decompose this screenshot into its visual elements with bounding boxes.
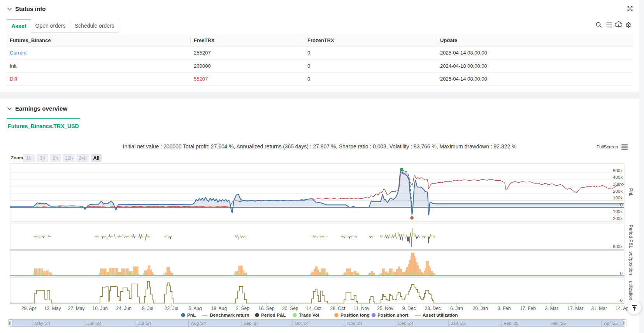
svg-text:Benchmark return: Benchmark return	[210, 312, 249, 318]
svg-text:300k: 300k	[613, 182, 623, 187]
svg-text:-100k: -100k	[611, 209, 623, 214]
svg-text:11. Nov: 11. Nov	[354, 306, 369, 311]
svg-text:Apr '25: Apr '25	[604, 321, 618, 326]
svg-text:9. Dec: 9. Dec	[402, 306, 416, 311]
svg-text:24. Jun: 24. Jun	[116, 306, 132, 311]
svg-text:6. Jan: 6. Jan	[450, 306, 463, 311]
svg-text:Period P&L: Period P&L	[628, 225, 633, 248]
svg-text:17. Mar: 17. Mar	[567, 306, 583, 311]
svg-text:Trade Vol: Trade Vol	[299, 312, 319, 318]
svg-text:vol/position: vol/position	[628, 252, 633, 275]
svg-text:-600k: -600k	[611, 244, 623, 249]
svg-text:PnL: PnL	[628, 188, 633, 197]
svg-text:13. May: 13. May	[44, 306, 61, 311]
svg-text:Sep '24: Sep '24	[244, 321, 259, 326]
svg-text:3. Mar: 3. Mar	[545, 306, 558, 311]
svg-text:Feb '25: Feb '25	[504, 321, 518, 326]
svg-text:500k: 500k	[613, 168, 623, 173]
svg-text:200k: 200k	[613, 189, 623, 194]
svg-text:Nov '24: Nov '24	[347, 321, 362, 326]
svg-text:17. Feb: 17. Feb	[520, 306, 536, 311]
svg-text:Mar '25: Mar '25	[551, 321, 566, 326]
svg-text:14. Oct: 14. Oct	[306, 306, 321, 311]
svg-text:28. Oct: 28. Oct	[330, 306, 346, 311]
svg-text:25. Nov: 25. Nov	[377, 306, 393, 311]
svg-text:utilization: utilization	[628, 281, 633, 300]
svg-text:8. Jul: 8. Jul	[142, 306, 153, 311]
svg-text:Dec '24: Dec '24	[398, 321, 413, 326]
svg-text:Oct '24: Oct '24	[295, 321, 309, 326]
svg-text:Jan '25: Jan '25	[451, 321, 465, 326]
svg-text:-200k: -200k	[611, 216, 623, 221]
svg-text:23. Dec: 23. Dec	[425, 306, 441, 311]
svg-text:Asset utilization: Asset utilization	[423, 312, 458, 318]
svg-text:0: 0	[620, 298, 623, 303]
svg-text:PnL: PnL	[187, 312, 196, 318]
svg-text:3. Feb: 3. Feb	[497, 306, 511, 311]
svg-text:100k: 100k	[613, 196, 623, 200]
svg-text:31. Mar: 31. Mar	[591, 306, 607, 311]
svg-text:Jun '24: Jun '24	[87, 321, 102, 326]
svg-text:Jul '24: Jul '24	[138, 321, 151, 326]
svg-text:22. Jul: 22. Jul	[165, 306, 178, 311]
svg-text:16. Sep: 16. Sep	[258, 306, 275, 311]
svg-text:0: 0	[620, 203, 623, 207]
svg-text:0: 0	[620, 271, 623, 276]
svg-text:20. Jan: 20. Jan	[473, 306, 488, 311]
svg-text:29. Apr: 29. Apr	[21, 306, 36, 311]
svg-text:Aug '24: Aug '24	[191, 321, 206, 326]
svg-text:Position long: Position long	[340, 312, 370, 318]
svg-text:May '24: May '24	[35, 321, 51, 326]
svg-text:Position short: Position short	[377, 312, 408, 318]
svg-text:30. Sep: 30. Sep	[282, 306, 298, 311]
svg-text:2. Sep: 2. Sep	[236, 306, 249, 311]
svg-text:19. Aug: 19. Aug	[211, 306, 227, 311]
svg-text:27. May: 27. May	[68, 306, 85, 311]
svg-text:Period P&L: Period P&L	[261, 312, 286, 318]
svg-text:400k: 400k	[613, 175, 623, 180]
svg-text:10. Jun: 10. Jun	[93, 306, 108, 311]
svg-text:5. Aug: 5. Aug	[188, 306, 202, 311]
